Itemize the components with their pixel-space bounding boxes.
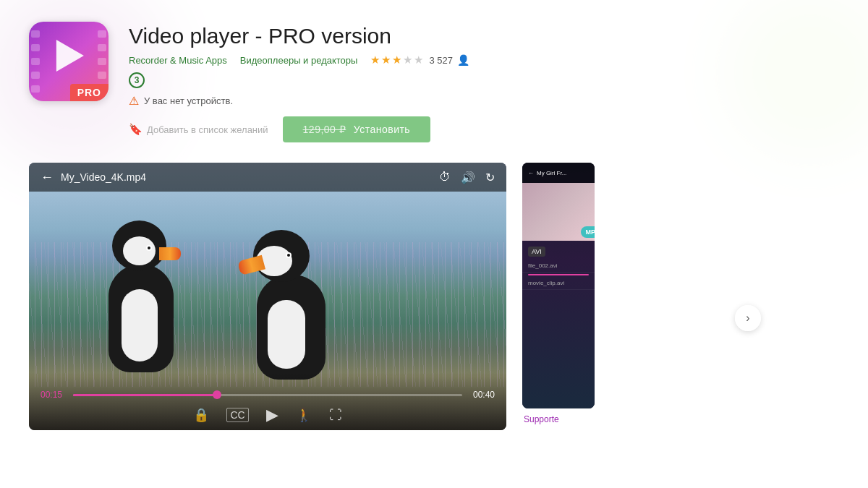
next-arrow-button[interactable]: ›: [735, 305, 761, 331]
side-back-icon: ←: [528, 170, 534, 176]
rating-count: 3 527: [429, 55, 453, 66]
install-label: Установить: [354, 124, 410, 135]
volume-icon[interactable]: 🔊: [461, 171, 475, 184]
main-screenshot: ← My_Video_4K.mp4 ⏱ 🔊 ↻ 00:15: [29, 163, 506, 430]
warning-text: У вас нет устройств.: [144, 95, 233, 106]
puffin-cheek: [123, 236, 156, 265]
video-progress-row: 00:15 00:40: [41, 390, 495, 400]
puffin-belly: [268, 300, 305, 369]
puffin-left: [101, 228, 195, 372]
puffin-belly: [122, 289, 158, 361]
install-price: 129,00 ₽: [303, 124, 346, 135]
video-controls-row: 🔒 CC ▶ 🚶 ⛶: [29, 406, 506, 424]
play-icon[interactable]: ▶: [266, 406, 278, 424]
play-icon: [56, 40, 84, 72]
stars: ★ ★ ★ ★ ★: [370, 53, 423, 67]
time-current: 00:15: [41, 390, 66, 400]
video-bottom: 00:15 00:40 🔒 CC ▶ 🚶 ⛶: [29, 372, 506, 430]
star-1: ★: [370, 53, 380, 67]
avi-badge: AVI: [528, 247, 545, 257]
puffin-beak: [159, 247, 181, 260]
film-notch: [98, 58, 106, 65]
version-badge: 3: [129, 72, 145, 88]
film-notch: [31, 44, 40, 51]
page-container: PRO Video player - PRO version Recorder …: [0, 0, 868, 488]
side-mp4-wrapper: MP4: [522, 183, 595, 241]
film-notch: [31, 58, 40, 65]
app-category[interactable]: Видеоплееры и редакторы: [240, 55, 358, 66]
progress-dot: [213, 390, 221, 399]
app-info: Video player - PRO version Recorder & Mu…: [129, 22, 469, 142]
topbar-icons: ⏱ 🔊 ↻: [439, 171, 495, 184]
warning-icon: ⚠: [129, 94, 139, 108]
app-header: PRO Video player - PRO version Recorder …: [29, 22, 839, 142]
star-4: ★: [403, 53, 412, 67]
film-notch: [31, 30, 40, 38]
side-screenshot-inner: ← My Girl Fr... MP4 AVI file_002.avi mov…: [522, 163, 595, 408]
film-notch: [31, 72, 40, 79]
side-progress: [528, 274, 589, 275]
app-developer[interactable]: Recorder & Music Apps: [129, 55, 227, 66]
film-notch: [98, 72, 106, 79]
install-button[interactable]: 129,00 ₽ Установить: [283, 116, 431, 142]
puffin-eye: [286, 252, 292, 258]
side-screenshot: ← My Girl Fr... MP4 AVI file_002.avi mov…: [522, 163, 595, 408]
wishlist-button[interactable]: 🔖 Добавить в список желаний: [129, 123, 268, 136]
film-notch: [98, 30, 106, 38]
mp4-badge: MP4: [581, 226, 595, 238]
app-meta-row: Recorder & Music Apps Видеоплееры и реда…: [129, 53, 469, 67]
side-file-item-2: movie_clip.avi: [522, 277, 595, 290]
cc-icon[interactable]: CC: [226, 408, 248, 422]
rotate-icon[interactable]: ↻: [485, 171, 495, 184]
video-filename: My_Video_4K.mp4: [61, 171, 432, 183]
app-title: Video player - PRO version: [129, 23, 469, 49]
side-file-item-1: file_002.avi: [522, 260, 595, 273]
lock-icon[interactable]: 🔒: [193, 407, 209, 423]
supported-text: Supporte: [524, 414, 559, 424]
progress-fill: [73, 394, 217, 396]
rating-row: ★ ★ ★ ★ ★ 3 527 👤: [370, 53, 469, 67]
action-row: 🔖 Добавить в список желаний 129,00 ₽ Уст…: [129, 116, 469, 142]
app-icon: PRO: [29, 22, 109, 101]
timer-icon[interactable]: ⏱: [439, 171, 451, 184]
film-notch: [98, 44, 106, 51]
bookmark-icon: 🔖: [129, 123, 142, 136]
wishlist-label: Добавить в список желаний: [147, 124, 268, 135]
puffin-eye: [146, 245, 152, 251]
film-strip-left: [29, 22, 42, 101]
spacer: [522, 241, 595, 244]
side-topbar: ← My Girl Fr...: [522, 163, 595, 183]
video-topbar: ← My_Video_4K.mp4 ⏱ 🔊 ↻: [29, 163, 506, 192]
puffin-right: [246, 242, 340, 380]
star-2: ★: [381, 53, 391, 67]
fullscreen-icon[interactable]: ⛶: [329, 408, 342, 423]
side-content: ← My Girl Fr... MP4 AVI file_002.avi mov…: [515, 163, 595, 424]
person-walk-icon[interactable]: 🚶: [296, 407, 312, 423]
back-icon[interactable]: ←: [41, 170, 54, 185]
side-filename: My Girl Fr...: [537, 170, 566, 176]
person-icon: 👤: [457, 54, 469, 66]
star-3: ★: [392, 53, 401, 67]
pro-badge: PRO: [70, 84, 109, 101]
screenshots-section: ← My_Video_4K.mp4 ⏱ 🔊 ↻ 00:15: [29, 163, 839, 474]
progress-track[interactable]: [73, 394, 462, 396]
film-notch: [31, 85, 40, 93]
screenshots-wrapper: ← My_Video_4K.mp4 ⏱ 🔊 ↻ 00:15: [29, 163, 839, 474]
time-total: 00:40: [469, 390, 495, 400]
star-5: ★: [414, 53, 423, 67]
warning-row: ⚠ У вас нет устройств.: [129, 94, 469, 108]
